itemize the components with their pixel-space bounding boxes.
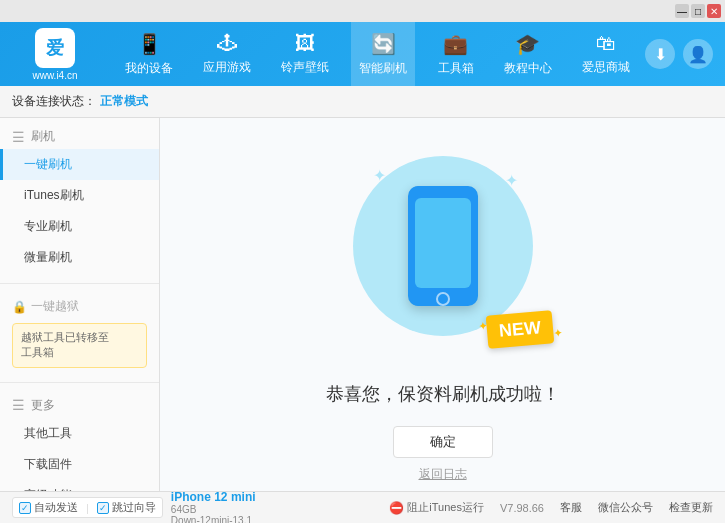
header: 爱 www.i4.cn 📱 我的设备 🕹 应用游戏 🖼 铃声壁纸 🔄 智能刷机 … bbox=[0, 22, 725, 86]
nav-label-apps-games: 应用游戏 bbox=[203, 59, 251, 76]
more-section: ☰ 更多 其他工具 下载固件 高级功能 bbox=[0, 387, 159, 491]
user-icon: 👤 bbox=[688, 45, 708, 64]
close-button[interactable]: ✕ bbox=[707, 4, 721, 18]
logo-icon: 爱 bbox=[35, 28, 75, 68]
checkbox-group: 自动发送 | 跳过向导 bbox=[12, 497, 163, 518]
phone-device bbox=[408, 186, 478, 306]
sidebar-item-other-tools[interactable]: 其他工具 bbox=[0, 418, 159, 449]
stop-itunes-label: 阻止iTunes运行 bbox=[407, 500, 484, 515]
bottom-bar: 自动发送 | 跳过向导 iPhone 12 mini 64GB Down-12m… bbox=[0, 491, 725, 523]
flash-section: ☰ 刷机 一键刷机 iTunes刷机 专业刷机 微量刷机 bbox=[0, 118, 159, 279]
apps-games-icon: 🕹 bbox=[217, 32, 237, 55]
logo[interactable]: 爱 www.i4.cn bbox=[0, 28, 110, 81]
status-bar: 设备连接状态： 正常模式 bbox=[0, 86, 725, 118]
auto-send-check-icon bbox=[19, 502, 31, 514]
phone-home-button bbox=[436, 292, 450, 306]
wechat-public-link[interactable]: 微信公众号 bbox=[598, 500, 653, 515]
new-badge: NEW bbox=[485, 310, 554, 349]
nav-label-my-device: 我的设备 bbox=[125, 60, 173, 77]
more-section-title: ☰ 更多 bbox=[0, 393, 159, 418]
bottom-left: 自动发送 | 跳过向导 iPhone 12 mini 64GB Down-12m… bbox=[12, 490, 389, 524]
sidebar-item-pro-flash[interactable]: 专业刷机 bbox=[0, 211, 159, 242]
logo-url: www.i4.cn bbox=[32, 70, 77, 81]
nav-label-mall: 爱思商城 bbox=[582, 59, 630, 76]
itunes-icon: ⛔ bbox=[389, 501, 404, 515]
nav-item-apps-games[interactable]: 🕹 应用游戏 bbox=[195, 22, 259, 86]
itunes-flash-label: iTunes刷机 bbox=[24, 188, 84, 202]
sidebar: ☰ 刷机 一键刷机 iTunes刷机 专业刷机 微量刷机 🔒 一键越狱 bbox=[0, 118, 160, 491]
title-bar: — □ ✕ bbox=[0, 0, 725, 22]
nav-label-toolbox: 工具箱 bbox=[438, 60, 474, 77]
mall-icon: 🛍 bbox=[596, 32, 616, 55]
my-device-icon: 📱 bbox=[137, 32, 162, 56]
check-update-link[interactable]: 检查更新 bbox=[669, 500, 713, 515]
one-click-flash-label: 一键刷机 bbox=[24, 157, 72, 171]
phone-screen bbox=[415, 198, 471, 288]
nav-label-tutorials: 教程中心 bbox=[504, 60, 552, 77]
ringtones-icon: 🖼 bbox=[295, 32, 315, 55]
device-model: Down-12mini-13,1 bbox=[171, 515, 256, 524]
sidebar-item-one-click-flash[interactable]: 一键刷机 bbox=[0, 149, 159, 180]
user-button[interactable]: 👤 bbox=[683, 39, 713, 69]
more-label: 更多 bbox=[31, 397, 55, 414]
divider-2 bbox=[0, 382, 159, 383]
jailbreak-section: 🔒 一键越狱 越狱工具已转移至工具箱 bbox=[0, 288, 159, 378]
maximize-button[interactable]: □ bbox=[691, 4, 705, 18]
toolbox-icon: 💼 bbox=[443, 32, 468, 56]
minimize-button[interactable]: — bbox=[675, 4, 689, 18]
success-message: 恭喜您，保资料刷机成功啦！ bbox=[326, 382, 560, 406]
sparkle-icon-1: ✦ bbox=[373, 166, 386, 185]
status-label: 设备连接状态： bbox=[12, 93, 96, 110]
nav-item-smart-flash[interactable]: 🔄 智能刷机 bbox=[351, 22, 415, 86]
phone-circle-bg: ✦ ✦ bbox=[353, 156, 533, 336]
device-name: iPhone 12 mini bbox=[171, 490, 256, 504]
skip-wizard-check-icon bbox=[97, 502, 109, 514]
download-firmware-label: 下载固件 bbox=[24, 457, 72, 471]
flash-section-title: ☰ 刷机 bbox=[0, 124, 159, 149]
skip-wizard-label: 跳过向导 bbox=[112, 500, 156, 515]
back-link[interactable]: 返回日志 bbox=[419, 466, 467, 483]
jailbreak-notice: 越狱工具已转移至工具箱 bbox=[12, 323, 147, 368]
customer-service-link[interactable]: 客服 bbox=[560, 500, 582, 515]
flash-section-label: 刷机 bbox=[31, 128, 55, 145]
sidebar-item-itunes-flash[interactable]: iTunes刷机 bbox=[0, 180, 159, 211]
sidebar-item-downgrade-flash[interactable]: 微量刷机 bbox=[0, 242, 159, 273]
content-area: ✦ ✦ NEW 恭喜您，保资料刷机成功啦！ 确定 返回日志 bbox=[160, 118, 725, 491]
header-actions: ⬇ 👤 bbox=[645, 39, 725, 69]
auto-send-checkbox[interactable]: 自动发送 bbox=[19, 500, 78, 515]
download-button[interactable]: ⬇ bbox=[645, 39, 675, 69]
main-content: ☰ 刷机 一键刷机 iTunes刷机 专业刷机 微量刷机 🔒 一键越狱 bbox=[0, 118, 725, 491]
logo-text-icon: 爱 bbox=[46, 36, 64, 60]
jailbreak-notice-text: 越狱工具已转移至工具箱 bbox=[21, 331, 109, 358]
downgrade-flash-label: 微量刷机 bbox=[24, 250, 72, 264]
jailbreak-section-title: 🔒 一键越狱 bbox=[0, 294, 159, 319]
status-value: 正常模式 bbox=[100, 93, 148, 110]
nav-label-ringtones: 铃声壁纸 bbox=[281, 59, 329, 76]
smart-flash-icon: 🔄 bbox=[371, 32, 396, 56]
jailbreak-label: 一键越狱 bbox=[31, 298, 79, 315]
nav-item-ringtones[interactable]: 🖼 铃声壁纸 bbox=[273, 22, 337, 86]
device-info: iPhone 12 mini 64GB Down-12mini-13,1 bbox=[171, 490, 256, 524]
nav-item-my-device[interactable]: 📱 我的设备 bbox=[117, 22, 181, 86]
lock-icon: 🔒 bbox=[12, 300, 27, 314]
nav-item-mall[interactable]: 🛍 爱思商城 bbox=[574, 22, 638, 86]
confirm-button[interactable]: 确定 bbox=[393, 426, 493, 458]
nav-item-toolbox[interactable]: 💼 工具箱 bbox=[430, 22, 482, 86]
device-storage: 64GB bbox=[171, 504, 256, 515]
auto-send-label: 自动发送 bbox=[34, 500, 78, 515]
skip-wizard-checkbox[interactable]: 跳过向导 bbox=[97, 500, 156, 515]
sidebar-item-download-firmware[interactable]: 下载固件 bbox=[0, 449, 159, 480]
sparkle-icon-2: ✦ bbox=[505, 171, 518, 190]
bottom-right: ⛔ 阻止iTunes运行 V7.98.66 客服 微信公众号 检查更新 bbox=[389, 500, 713, 515]
phone-illustration: ✦ ✦ NEW bbox=[343, 126, 543, 366]
flash-section-icon: ☰ bbox=[12, 129, 25, 145]
stop-itunes-button[interactable]: ⛔ 阻止iTunes运行 bbox=[389, 500, 484, 515]
divider-1 bbox=[0, 283, 159, 284]
nav-label-smart-flash: 智能刷机 bbox=[359, 60, 407, 77]
nav-bar: 📱 我的设备 🕹 应用游戏 🖼 铃声壁纸 🔄 智能刷机 💼 工具箱 🎓 教程中心… bbox=[110, 22, 645, 86]
tutorials-icon: 🎓 bbox=[515, 32, 540, 56]
other-tools-label: 其他工具 bbox=[24, 426, 72, 440]
pro-flash-label: 专业刷机 bbox=[24, 219, 72, 233]
version-text: V7.98.66 bbox=[500, 502, 544, 514]
nav-item-tutorials[interactable]: 🎓 教程中心 bbox=[496, 22, 560, 86]
